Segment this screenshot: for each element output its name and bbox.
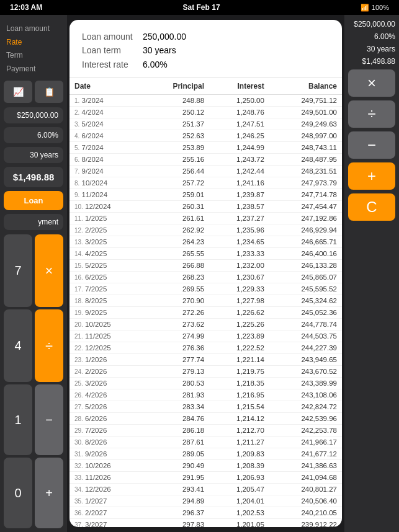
- divide-btn[interactable]: ÷: [35, 309, 63, 382]
- loan-amount-row: Loan amount 250,000.00: [82, 30, 330, 43]
- table-header-row: Date Principal Interest Balance: [69, 78, 342, 95]
- table-row: 13. 3/2025 264.23 1,234.65 246,665.71: [69, 236, 342, 248]
- cell-principal: 270.90: [143, 295, 209, 307]
- cell-balance: 243,389.99: [269, 378, 342, 389]
- table-row: 10. 12/2024 260.31 1,238.57 247,454.47: [69, 201, 342, 213]
- cell-balance: 244,227.39: [269, 342, 342, 354]
- cell-interest: 1,212.70: [209, 425, 269, 437]
- cell-interest: 1,209.83: [209, 448, 269, 460]
- cell-principal: 286.18: [143, 425, 209, 437]
- cell-balance: 244,778.74: [269, 319, 342, 330]
- cell-date: 12. 2/2025: [69, 224, 143, 236]
- loan-summary: Loan amount 250,000.00 Loan term 30 year…: [69, 20, 342, 78]
- num-1[interactable]: 1: [4, 384, 32, 455]
- minus-btn[interactable]: −: [35, 384, 63, 455]
- col-balance: Balance: [269, 78, 342, 95]
- status-right: 📶 100%: [361, 4, 389, 12]
- cell-date: 10. 12/2024: [69, 201, 143, 213]
- cell-date: 9. 11/2024: [69, 189, 143, 201]
- cell-principal: 253.89: [143, 142, 209, 154]
- cell-interest: 1,248.76: [209, 107, 269, 118]
- cell-balance: 241,094.68: [269, 472, 342, 484]
- cell-date: 3. 5/2024: [69, 118, 143, 130]
- cell-date: 18. 8/2025: [69, 295, 143, 307]
- cell-date: 17. 7/2025: [69, 283, 143, 295]
- clear-right-btn[interactable]: C: [348, 193, 395, 221]
- cell-interest: 1,238.57: [209, 201, 269, 213]
- table-row: 7. 9/2024 256.44 1,242.44 248,231.51: [69, 166, 342, 177]
- cell-balance: 240,210.05: [269, 507, 342, 519]
- num-0[interactable]: 0: [4, 458, 32, 528]
- cell-interest: 1,227.98: [209, 295, 269, 307]
- plus-btn[interactable]: +: [35, 458, 63, 528]
- cell-date: 29. 7/2026: [69, 425, 143, 437]
- cell-date: 30. 8/2026: [69, 437, 143, 448]
- cell-interest: 1,241.16: [209, 177, 269, 189]
- loan-term-value: 30 years: [143, 43, 176, 57]
- multiply-btn[interactable]: ×: [35, 234, 63, 307]
- table-icon[interactable]: 📋: [35, 81, 63, 103]
- loan-amount-label-summary: Loan amount: [82, 30, 138, 43]
- table-row: 19. 9/2025 272.26 1,226.62 245,052.36: [69, 307, 342, 319]
- cell-balance: 246,929.94: [269, 224, 342, 236]
- cell-balance: 246,400.16: [269, 248, 342, 260]
- table-row: 1. 3/2024 248.88 1,250.00 249,751.12: [69, 95, 342, 107]
- table-container[interactable]: Date Principal Interest Balance 1. 3/202…: [69, 78, 342, 527]
- cell-interest: 1,247.51: [209, 118, 269, 130]
- cell-balance: 247,454.47: [269, 201, 342, 213]
- rate-display: 6.00%: [4, 127, 63, 143]
- multiply-right-btn[interactable]: ×: [348, 69, 395, 97]
- cell-balance: 241,966.17: [269, 437, 342, 448]
- cell-balance: 245,595.52: [269, 283, 342, 295]
- cell-balance: 248,487.95: [269, 154, 342, 166]
- cell-principal: 256.44: [143, 166, 209, 177]
- cell-interest: 1,233.33: [209, 248, 269, 260]
- table-row: 34. 12/2026 293.41 1,205.47 240,801.27: [69, 484, 342, 495]
- cell-balance: 247,192.86: [269, 213, 342, 224]
- loan-term-label-summary: Loan term: [82, 43, 138, 57]
- table-row: 16. 6/2025 268.23 1,230.67 245,865.07: [69, 272, 342, 283]
- plus-right-btn[interactable]: +: [348, 162, 395, 190]
- num-4[interactable]: 4: [4, 309, 32, 382]
- app-body: Loan amount Rate Term Payment 📈 📋 $250,0…: [0, 15, 399, 532]
- cell-date: 36. 2/2027: [69, 507, 143, 519]
- minus-right-btn[interactable]: −: [348, 131, 395, 159]
- cell-principal: 290.49: [143, 460, 209, 472]
- cell-date: 11. 1/2025: [69, 213, 143, 224]
- table-row: 25. 3/2026 280.53 1,218.35 243,389.99: [69, 378, 342, 389]
- cell-date: 27. 5/2026: [69, 401, 143, 413]
- table-row: 8. 10/2024 257.72 1,241.16 247,973.79: [69, 177, 342, 189]
- rd-rate: 6.00%: [348, 32, 395, 41]
- cell-interest: 1,218.35: [209, 378, 269, 389]
- cell-balance: 244,503.75: [269, 330, 342, 342]
- cell-principal: 252.63: [143, 130, 209, 142]
- icon-row: 📈 📋: [4, 81, 63, 103]
- cell-principal: 281.93: [143, 389, 209, 401]
- cell-date: 24. 2/2026: [69, 366, 143, 378]
- table-row: 27. 5/2026 283.34 1,215.54 242,824.72: [69, 401, 342, 413]
- cell-date: 19. 9/2025: [69, 307, 143, 319]
- cell-interest: 1,230.67: [209, 272, 269, 283]
- cell-principal: 262.92: [143, 224, 209, 236]
- table-row: 29. 7/2026 286.18 1,212.70 242,253.78: [69, 425, 342, 437]
- table-row: 2. 4/2024 250.12 1,248.76 249,501.00: [69, 107, 342, 118]
- num-7[interactable]: 7: [4, 234, 32, 307]
- divide-right-btn[interactable]: ÷: [348, 100, 395, 128]
- table-row: 26. 4/2026 281.93 1,216.95 243,108.06: [69, 389, 342, 401]
- cell-principal: 273.62: [143, 319, 209, 330]
- cell-balance: 240,506.40: [269, 495, 342, 507]
- status-time: 12:03 AM: [10, 3, 42, 12]
- cell-date: 21. 11/2025: [69, 330, 143, 342]
- cell-principal: 248.88: [143, 95, 209, 107]
- loan-button[interactable]: Loan: [4, 191, 63, 210]
- cell-interest: 1,235.96: [209, 224, 269, 236]
- cell-date: 6. 8/2024: [69, 154, 143, 166]
- rd-amount: $250,000.00: [348, 20, 395, 29]
- cell-interest: 1,201.05: [209, 519, 269, 527]
- chart-icon[interactable]: 📈: [4, 81, 32, 103]
- table-row: 9. 11/2024 259.01 1,239.87 247,714.78: [69, 189, 342, 201]
- loan-rate-label-summary: Interest rate: [82, 58, 138, 71]
- cell-date: 7. 9/2024: [69, 166, 143, 177]
- cell-date: 1. 3/2024: [69, 95, 143, 107]
- cell-principal: 272.26: [143, 307, 209, 319]
